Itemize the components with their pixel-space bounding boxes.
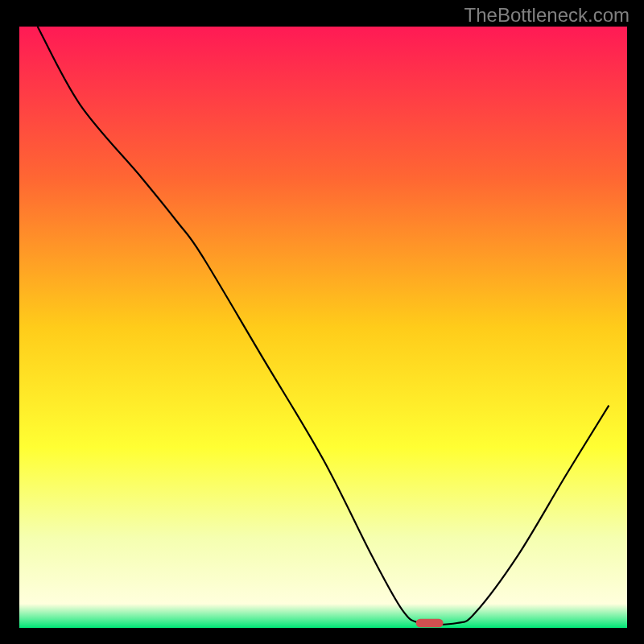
plot-background (19, 27, 627, 628)
watermark-text: TheBottleneck.com (464, 4, 630, 27)
chart-container: TheBottleneck.com (0, 0, 644, 644)
optimal-marker (416, 619, 444, 627)
chart-svg (0, 0, 644, 644)
